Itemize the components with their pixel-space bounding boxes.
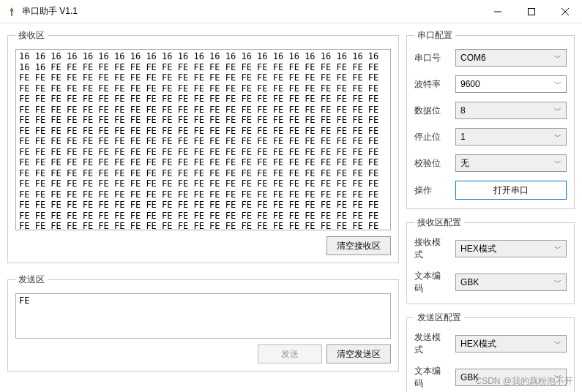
send-area-group: 发送区 FE 发送 清空发送区 xyxy=(7,274,399,372)
maximize-button[interactable] xyxy=(515,0,548,23)
send-mode-label: 发送模式 xyxy=(414,331,448,356)
send-encoding-select[interactable]: GBK﹀ xyxy=(455,369,567,386)
recv-mode-select[interactable]: HEX模式﹀ xyxy=(455,240,567,257)
databits-label: 数据位 xyxy=(414,105,448,117)
chevron-down-icon: ﹀ xyxy=(554,158,562,168)
port-label: 串口号 xyxy=(414,52,448,64)
chevron-down-icon: ﹀ xyxy=(554,105,562,116)
chevron-down-icon: ﹀ xyxy=(554,277,562,287)
receive-textarea[interactable]: 16 16 16 16 16 16 16 16 16 16 16 16 16 1… xyxy=(15,49,391,230)
stopbits-label: 停止位 xyxy=(414,131,448,143)
receive-area-group: 接收区 16 16 16 16 16 16 16 16 16 16 16 16 … xyxy=(7,29,399,263)
send-button[interactable]: 发送 xyxy=(258,344,322,363)
svg-rect-2 xyxy=(529,8,535,15)
port-config-legend: 串口配置 xyxy=(414,29,455,42)
chevron-down-icon: ﹀ xyxy=(554,244,562,254)
send-config-group: 发送区配置 发送模式 HEX模式﹀ 文本编码 GBK﹀ xyxy=(406,312,575,392)
receive-legend: 接收区 xyxy=(15,29,48,42)
recv-config-group: 接收区配置 接收模式 HEX模式﹀ 文本编码 GBK﹀ xyxy=(406,216,575,304)
baud-label: 波特率 xyxy=(414,78,448,91)
parity-label: 校验位 xyxy=(414,157,448,170)
clear-send-button[interactable]: 清空发送区 xyxy=(327,344,391,363)
recv-config-legend: 接收区配置 xyxy=(414,216,464,229)
open-port-button[interactable]: 打开串口 xyxy=(455,181,567,200)
chevron-down-icon: ﹀ xyxy=(554,79,562,89)
send-textarea[interactable]: FE xyxy=(15,293,391,339)
clear-receive-button[interactable]: 清空接收区 xyxy=(327,236,391,255)
recv-encoding-select[interactable]: GBK﹀ xyxy=(455,274,567,291)
port-config-group: 串口配置 串口号 COM6﹀ 波特率 9600﹀ 数据位 8﹀ 停止位 1﹀ 校… xyxy=(406,29,575,209)
parity-select[interactable]: 无﹀ xyxy=(455,154,567,172)
chevron-down-icon: ﹀ xyxy=(554,132,562,142)
databits-select[interactable]: 8﹀ xyxy=(455,102,567,119)
send-encoding-label: 文本编码 xyxy=(414,365,448,390)
baud-select[interactable]: 9600﹀ xyxy=(455,75,567,93)
stopbits-select[interactable]: 1﹀ xyxy=(455,128,567,146)
port-select[interactable]: COM6﹀ xyxy=(455,49,567,67)
chevron-down-icon: ﹀ xyxy=(554,372,562,382)
chevron-down-icon: ﹀ xyxy=(554,339,562,349)
recv-encoding-label: 文本编码 xyxy=(414,270,448,295)
svg-rect-0 xyxy=(11,10,12,16)
app-icon xyxy=(6,6,18,18)
send-config-legend: 发送区配置 xyxy=(414,312,464,324)
recv-mode-label: 接收模式 xyxy=(414,236,448,261)
action-label: 操作 xyxy=(414,184,448,197)
close-button[interactable] xyxy=(548,0,582,23)
minimize-button[interactable] xyxy=(481,0,515,23)
chevron-down-icon: ﹀ xyxy=(554,53,562,63)
send-mode-select[interactable]: HEX模式﹀ xyxy=(455,335,567,353)
send-legend: 发送区 xyxy=(15,274,48,286)
window-title: 串口助手 V1.1 xyxy=(22,5,481,18)
titlebar: 串口助手 V1.1 xyxy=(0,0,582,23)
